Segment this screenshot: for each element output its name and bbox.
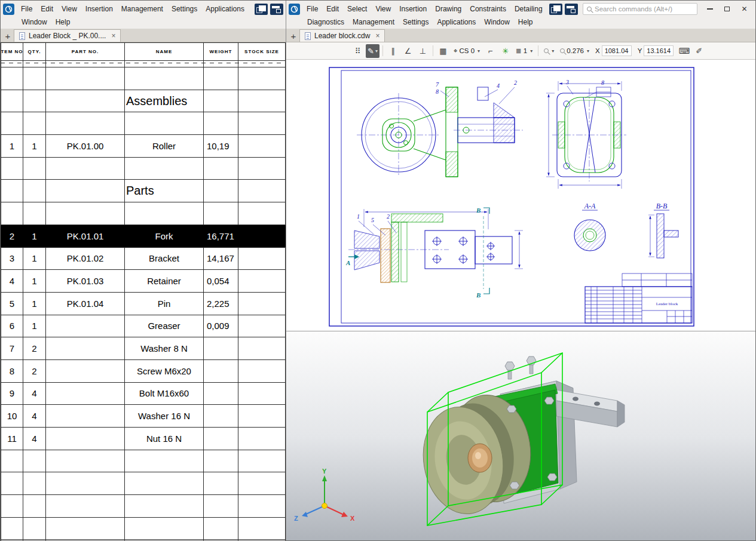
stock-size: [238, 270, 286, 292]
spec-empty-row[interactable]: [1, 67, 286, 90]
maximize-button[interactable]: [718, 2, 736, 16]
spec-empty-row[interactable]: [1, 112, 286, 135]
callout-label: 5: [371, 217, 374, 223]
menu-item-diagnostics[interactable]: Diagnostics: [303, 18, 348, 26]
new-tab-button[interactable]: +: [2, 30, 14, 42]
menu-item-detailing[interactable]: Detailing: [510, 5, 547, 13]
minimize-button[interactable]: [701, 2, 718, 16]
window-layout-icon[interactable]: [255, 4, 268, 15]
menu-item-window[interactable]: Window: [480, 18, 514, 26]
chevron-down-icon: ▾: [375, 48, 378, 54]
model-canvas[interactable]: Y X Z: [286, 331, 755, 541]
parallel-constraint-icon[interactable]: ∥: [386, 44, 400, 58]
spec-empty-row[interactable]: [1, 495, 286, 518]
app-logo-icon: [3, 4, 14, 15]
menu-item-help[interactable]: Help: [51, 18, 75, 26]
specification-table[interactable]: ITEM NO. QTY. PART NO. NAME WEIGHT STOCK…: [1, 42, 286, 540]
menu-item-management[interactable]: Management: [348, 18, 399, 26]
command-search[interactable]: [583, 3, 697, 15]
spec-spacer-row[interactable]: [1, 61, 286, 67]
chevron-down-icon: ▾: [478, 48, 480, 54]
spec-empty-row[interactable]: [1, 202, 286, 225]
menu-item-drawing[interactable]: Drawing: [431, 5, 466, 13]
menu-item-help[interactable]: Help: [514, 18, 537, 26]
spec-row[interactable]: 31PK.01.02Bracket14,167: [1, 248, 286, 270]
tab-close-icon[interactable]: ×: [111, 32, 115, 40]
spec-row[interactable]: 11PK.01.00Roller10,19: [1, 135, 286, 158]
magnifier-icon: [544, 48, 549, 53]
window-layout-icon[interactable]: [549, 4, 562, 15]
drawing-canvas[interactable]: 7 8 4 2 3 8: [286, 60, 755, 331]
part-no: [46, 180, 125, 202]
callout-label: 2: [514, 79, 517, 86]
spec-row[interactable]: 82Screw M6x20: [1, 360, 286, 383]
menu-item-insertion[interactable]: Insertion: [81, 5, 117, 13]
grid-icon[interactable]: ▦: [436, 44, 450, 58]
search-input[interactable]: [595, 5, 693, 13]
grid-snap-icon[interactable]: ⠿: [351, 44, 365, 58]
menu-item-window[interactable]: Window: [17, 18, 51, 26]
spec-row[interactable]: 72Washer 8 N: [1, 337, 286, 360]
zoom-tool-dropdown[interactable]: ▾: [541, 44, 556, 58]
left-tabbar: + Leader Block _ PK.00.... ×: [1, 29, 286, 42]
spec-empty-row[interactable]: [1, 540, 286, 540]
coordinate-system-dropdown[interactable]: ⌖ CS 0 ▾: [451, 44, 482, 58]
spec-section-row[interactable]: Parts: [1, 180, 286, 202]
spec-row[interactable]: 104Washer 16 N: [1, 405, 286, 428]
pen-tool-button[interactable]: ✎ ▾: [366, 44, 379, 58]
screen-view-icon[interactable]: [270, 4, 283, 15]
spec-empty-row[interactable]: [1, 518, 286, 540]
menu-item-management[interactable]: Management: [117, 5, 167, 13]
menu-item-settings[interactable]: Settings: [399, 18, 433, 26]
spec-empty-row[interactable]: [1, 158, 286, 180]
spec-row[interactable]: 21PK.01.01Fork16,771: [1, 225, 286, 248]
menu-item-view[interactable]: View: [371, 5, 395, 13]
part-no: [46, 337, 125, 359]
cursor-x-field[interactable]: X 1081.04: [593, 44, 634, 58]
spec-section-row[interactable]: Assemblies: [1, 90, 286, 113]
snaps-icon[interactable]: ✳: [498, 44, 512, 58]
stock-size: [238, 112, 286, 134]
menu-item-file[interactable]: File: [302, 5, 322, 13]
part-no: PK.01.04: [46, 293, 125, 315]
menu-item-view[interactable]: View: [57, 5, 81, 13]
angle-constraint-icon[interactable]: ∠: [401, 44, 415, 58]
spec-empty-row[interactable]: [1, 472, 286, 495]
menu-item-edit[interactable]: Edit: [322, 5, 343, 13]
menu-item-applications[interactable]: Applications: [201, 5, 249, 13]
name: Fork: [125, 225, 204, 247]
style-picker-icon[interactable]: ✐: [692, 44, 706, 58]
model-viewport[interactable]: Y X Z: [286, 331, 755, 541]
right-tabbar: + Leader block.cdw ×: [286, 29, 755, 42]
tab-specification[interactable]: Leader Block _ PK.00.... ×: [14, 29, 121, 42]
menu-item-applications[interactable]: Applications: [433, 18, 480, 26]
spec-row[interactable]: 41PK.01.03Retainer0,054: [1, 270, 286, 293]
menu-item-constraints[interactable]: Constraints: [466, 5, 510, 13]
menu-item-file[interactable]: File: [17, 5, 36, 13]
ortho-corner-icon[interactable]: ⌐: [483, 44, 497, 58]
tab-close-icon[interactable]: ×: [375, 32, 379, 40]
perpendicular-constraint-icon[interactable]: ⊥: [416, 44, 430, 58]
drawing-viewport[interactable]: 7 8 4 2 3 8: [286, 60, 755, 331]
close-button[interactable]: ✕: [736, 2, 753, 16]
new-tab-button[interactable]: +: [287, 30, 299, 42]
menu-item-select[interactable]: Select: [343, 5, 371, 13]
screen-view-icon[interactable]: [565, 4, 578, 15]
tab-title: Leader Block _ PK.00....: [29, 32, 106, 40]
menu-item-settings[interactable]: Settings: [167, 5, 201, 13]
x-value[interactable]: 1081.04: [602, 45, 632, 56]
spec-row[interactable]: 61Greaser0,009: [1, 315, 286, 338]
item-no: 7: [1, 337, 23, 359]
menu-item-edit[interactable]: Edit: [36, 5, 57, 13]
y-value[interactable]: 13.1614: [644, 45, 674, 56]
spec-empty-row[interactable]: [1, 450, 286, 473]
keyboard-input-icon[interactable]: ⌨: [677, 44, 691, 58]
cursor-y-field[interactable]: Y 13.1614: [635, 44, 677, 58]
tab-drawing[interactable]: Leader block.cdw ×: [299, 29, 385, 42]
spec-row[interactable]: 94Bolt M16x60: [1, 383, 286, 405]
spec-row[interactable]: 114Nut 16 N: [1, 428, 286, 450]
spec-row[interactable]: 51PK.01.04Pin2,225: [1, 293, 286, 315]
zoom-level-dropdown[interactable]: 0.276 ▾: [558, 44, 592, 58]
layer-dropdown[interactable]: ≣ 1 ▾: [513, 44, 535, 58]
menu-item-insertion[interactable]: Insertion: [395, 5, 431, 13]
